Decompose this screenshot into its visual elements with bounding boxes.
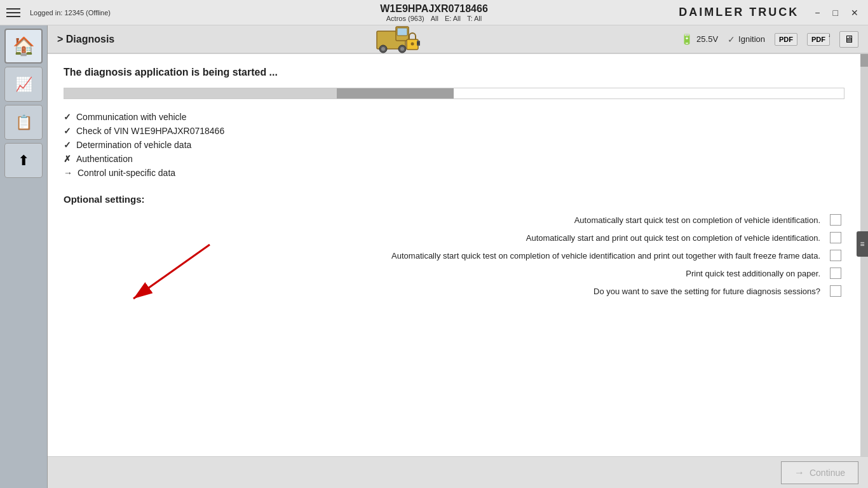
- voltage-display: 🔋 25.5V: [681, 33, 718, 45]
- settings-label-1: Automatically start quick test on comple…: [64, 215, 830, 225]
- settings-row-5: Do you want to save the setting for futu…: [64, 285, 844, 297]
- monitor-icon: 🖥: [844, 34, 854, 44]
- x-icon: ✗: [64, 154, 71, 164]
- status-text-4: Authentication: [76, 154, 133, 164]
- upload-icon: ⬆: [18, 152, 29, 169]
- status-item-control-unit: → Control unit-specific data: [64, 168, 844, 178]
- right-collapse-tab[interactable]: ≡: [857, 231, 868, 257]
- status-item-authentication: ✗ Authentication: [64, 154, 844, 164]
- vehicle-all: All: [431, 15, 438, 22]
- arrow-icon: →: [64, 168, 72, 178]
- pdf2-button[interactable]: PDF ↓: [807, 33, 830, 46]
- scrollbar-thumb[interactable]: [860, 54, 868, 67]
- settings-row-3: Automatically start quick test on comple…: [64, 250, 844, 261]
- settings-checkbox-5[interactable]: [830, 285, 841, 297]
- checkmark-icon: ✓: [728, 34, 735, 44]
- vehicle-t: T: All: [467, 15, 482, 22]
- status-text-1: Communication with vehicle: [76, 112, 187, 122]
- status-item-communication: ✓ Communication with vehicle: [64, 112, 844, 122]
- starting-text: The diagnosis application is being start…: [64, 67, 844, 78]
- pdf2-label: PDF: [811, 36, 825, 43]
- status-text-5: Control unit-specific data: [78, 168, 175, 178]
- truck-lock-icon: [374, 22, 421, 57]
- svg-point-4: [381, 47, 385, 51]
- continue-arrow-icon: →: [794, 467, 804, 478]
- content-area: > Diagnosis: [48, 25, 868, 488]
- vehicle-e: E: All: [445, 15, 461, 22]
- check-icon-2: ✓: [64, 126, 71, 136]
- svg-point-6: [400, 47, 404, 51]
- content-wrapper: The diagnosis application is being start…: [48, 54, 868, 456]
- status-list: ✓ Communication with vehicle ✓ Check of …: [64, 112, 844, 178]
- sidebar-item-upload[interactable]: ⬆: [4, 143, 43, 178]
- vin-display: W1E9HPAJXR0718466: [380, 3, 488, 15]
- progress-bar: [64, 88, 844, 99]
- status-item-vin: ✓ Check of VIN W1E9HPAJXR0718466: [64, 126, 844, 136]
- top-bar: > Diagnosis: [48, 25, 868, 54]
- close-button[interactable]: ✕: [848, 6, 862, 19]
- title-bar-center: W1E9HPAJXR0718466 Actros (963) All E: Al…: [380, 3, 488, 22]
- pdf-label: PDF: [779, 36, 793, 43]
- minimize-button[interactable]: −: [811, 6, 823, 19]
- diagnostics-icon: 📈: [15, 76, 32, 93]
- continue-label: Continue: [810, 468, 845, 478]
- main-content: The diagnosis application is being start…: [48, 54, 860, 456]
- voltage-value: 25.5V: [696, 34, 718, 44]
- progress-segment-1: [64, 88, 337, 98]
- top-bar-center: [374, 22, 421, 57]
- settings-row-2: Automatically start and print out quick …: [64, 232, 844, 243]
- title-bar: Logged in: 12345 (Offline) W1E9HPAJXR071…: [0, 0, 868, 25]
- brand-label: DAIMLER TRUCK: [679, 6, 799, 19]
- page-title-container: > Diagnosis: [57, 34, 114, 45]
- top-bar-right: 🔋 25.5V ✓ Ignition PDF PDF ↓ 🖥: [681, 31, 858, 48]
- screen-button[interactable]: 🖥: [839, 31, 858, 48]
- vehicle-model: Actros (963): [386, 15, 424, 22]
- progress-segment-3: [454, 88, 844, 98]
- svg-rect-2: [397, 28, 407, 36]
- settings-label-3: Automatically start quick test on comple…: [64, 251, 830, 261]
- collapse-icon: ≡: [860, 240, 864, 248]
- sidebar: 🏠 📈 📋 ⬆: [0, 25, 48, 488]
- continue-button[interactable]: → Continue: [781, 461, 858, 484]
- ignition-label: Ignition: [738, 34, 765, 44]
- bottom-bar: → Continue: [48, 456, 868, 488]
- pdf-button[interactable]: PDF: [775, 33, 797, 46]
- home-icon: 🏠: [13, 36, 35, 57]
- main-layout: 🏠 📈 📋 ⬆ > Diagnosis: [0, 25, 868, 488]
- settings-checkbox-1[interactable]: [830, 214, 841, 226]
- check-icon-3: ✓: [64, 140, 71, 150]
- logged-in-label: Logged in: 12345 (Offline): [30, 9, 111, 17]
- clipboard-icon: 📋: [15, 114, 32, 131]
- check-icon-1: ✓: [64, 112, 71, 122]
- vehicle-info: Actros (963) All E: All T: All: [386, 15, 482, 22]
- maximize-button[interactable]: □: [830, 6, 841, 19]
- settings-label-4: Print quick test additionally on paper.: [64, 269, 830, 278]
- sidebar-item-diagnostics[interactable]: 📈: [4, 67, 43, 102]
- progress-segment-2: [337, 88, 454, 98]
- settings-row-4: Print quick test additionally on paper.: [64, 268, 844, 279]
- title-bar-right: DAIMLER TRUCK − □ ✕: [679, 6, 862, 19]
- sidebar-item-home[interactable]: 🏠: [4, 29, 43, 64]
- status-item-vehicle-data: ✓ Determination of vehicle data: [64, 140, 844, 150]
- sidebar-item-clipboard[interactable]: 📋: [4, 105, 43, 140]
- optional-settings-title: Optional settings:: [64, 194, 844, 205]
- settings-label-2: Automatically start and print out quick …: [64, 233, 830, 243]
- pdf2-icon: ↓: [828, 32, 831, 38]
- settings-row-1: Automatically start quick test on comple…: [64, 214, 844, 226]
- settings-label-5: Do you want to save the setting for futu…: [64, 287, 830, 296]
- settings-checkbox-2[interactable]: [830, 232, 841, 243]
- settings-checkbox-3[interactable]: [830, 250, 841, 261]
- battery-icon: 🔋: [681, 33, 693, 45]
- status-text-2: Check of VIN W1E9HPAJXR0718466: [76, 126, 224, 136]
- page-title: > Diagnosis: [57, 34, 114, 44]
- ignition-display: ✓ Ignition: [728, 34, 765, 44]
- svg-point-8: [411, 43, 414, 46]
- window-controls: − □ ✕: [811, 6, 862, 19]
- title-bar-left: Logged in: 12345 (Offline): [6, 8, 111, 17]
- menu-icon[interactable]: [6, 8, 20, 17]
- settings-checkbox-4[interactable]: [830, 268, 841, 279]
- status-text-3: Determination of vehicle data: [76, 140, 191, 150]
